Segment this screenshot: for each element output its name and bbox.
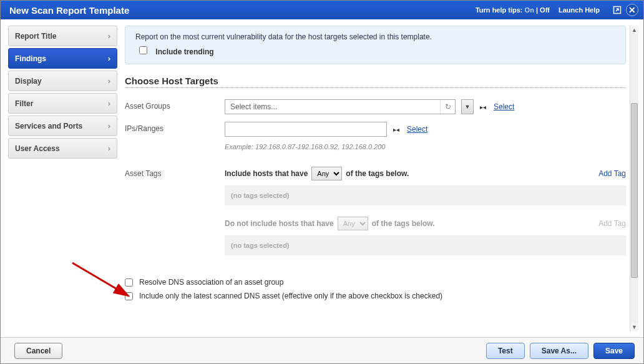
save-button[interactable]: Save (593, 343, 635, 359)
asset-groups-dropdown-button[interactable]: ▼ (461, 99, 474, 114)
refresh-icon[interactable]: ↻ (440, 100, 455, 114)
chevron-right-icon: › (108, 76, 110, 86)
asset-groups-label: Asset Groups (125, 99, 225, 111)
test-button[interactable]: Test (486, 343, 525, 359)
chevron-right-icon: › (108, 31, 110, 41)
include-trending-label: Include trending (155, 47, 213, 56)
asset-groups-select[interactable]: Select items... ↻ (225, 99, 456, 114)
launch-help-link[interactable]: Launch Help (559, 6, 600, 14)
dialog-title: New Scan Report Template (9, 5, 476, 16)
close-button[interactable]: ✕ (626, 4, 638, 16)
ips-ranges-input[interactable] (225, 122, 387, 137)
help-tips-on[interactable]: On (525, 6, 534, 14)
exclude-tags-empty: (no tags selected) (225, 235, 626, 255)
include-trending-checkbox[interactable] (139, 46, 147, 54)
asset-tags-label: Asset Tags (125, 167, 225, 178)
sidebar-item-report-title[interactable]: Report Title › (8, 26, 117, 46)
info-text: Report on the most current vulnerability… (135, 32, 615, 41)
resolve-dns-label: Resolve DNS association of an asset grou… (139, 278, 283, 287)
popout-icon[interactable] (611, 4, 623, 16)
pointer-icon: ▸◂ (480, 104, 486, 111)
sidebar-item-services-ports[interactable]: Services and Ports › (8, 116, 117, 136)
asset-groups-select-link[interactable]: Select (494, 102, 514, 111)
section-title: Choose Host Targets (125, 76, 626, 86)
chevron-right-icon: › (108, 99, 110, 108)
pointer-icon: ▸◂ (393, 126, 399, 133)
chevron-right-icon: › (108, 144, 110, 153)
cancel-button[interactable]: Cancel (14, 343, 62, 359)
sidebar-item-findings[interactable]: Findings › (8, 48, 117, 69)
sidebar-item-display[interactable]: Display › (8, 71, 117, 91)
sidebar-item-filter[interactable]: Filter › (8, 93, 117, 114)
close-icon: ✕ (626, 4, 638, 16)
help-tips-toggle: Turn help tips: On | Off (476, 6, 550, 14)
titlebar: New Scan Report Template Turn help tips:… (1, 1, 643, 19)
ips-label: IPs/Ranges (125, 122, 225, 133)
include-tags-empty: (no tags selected) (225, 185, 626, 205)
scroll-thumb[interactable] (631, 103, 638, 278)
add-include-tag-link[interactable]: Add Tag (598, 169, 626, 178)
resolve-dns-checkbox[interactable] (125, 278, 133, 287)
help-tips-off[interactable]: Off (540, 6, 550, 14)
footer: Cancel Test Save As... Save (1, 337, 643, 363)
include-tags-mode-select[interactable]: Any (311, 167, 342, 180)
sidebar-item-user-access[interactable]: User Access › (8, 138, 117, 159)
save-as-button[interactable]: Save As... (530, 343, 588, 359)
add-exclude-tag-link: Add Tag (598, 219, 626, 228)
ips-example: Example: 192.168.0.87-192.168.0.92, 192.… (225, 143, 626, 150)
ips-select-link[interactable]: Select (407, 125, 427, 134)
divider (125, 87, 626, 88)
latest-dns-checkbox[interactable] (125, 292, 133, 300)
scrollbar[interactable]: ▲ ▼ (630, 26, 638, 332)
scroll-down-icon[interactable]: ▼ (630, 323, 638, 332)
info-box: Report on the most current vulnerability… (125, 26, 626, 64)
chevron-right-icon: › (108, 54, 110, 63)
exclude-tags-mode-select: Any (338, 217, 368, 230)
sidebar: Report Title › Findings › Display › Filt… (8, 26, 117, 332)
main-panel: Report on the most current vulnerability… (125, 26, 638, 332)
latest-dns-label: Include only the latest scanned DNS asse… (139, 292, 442, 300)
chevron-right-icon: › (108, 121, 110, 130)
scroll-up-icon[interactable]: ▲ (630, 26, 638, 34)
